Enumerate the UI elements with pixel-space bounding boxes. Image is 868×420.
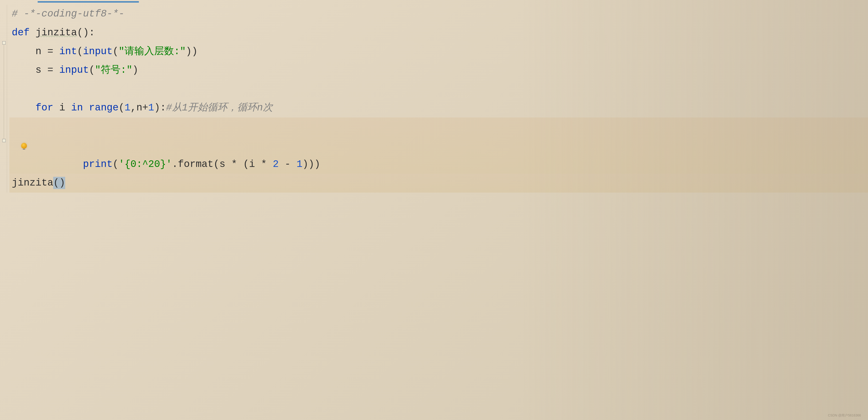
code-text: s = (12, 64, 59, 76)
gutter (0, 5, 7, 192)
fold-end-icon[interactable] (2, 139, 6, 142)
builtin-input: input (59, 64, 89, 76)
code-line-6[interactable]: for i in range(1,n+1):#从1开始循环，循环n次 (9, 99, 868, 118)
code-line-1[interactable]: # -*-coding-utf8-*- (9, 5, 868, 24)
function-name: jinzita (35, 27, 77, 38)
function-call: jinzita (12, 177, 53, 188)
watermark-text: CSDN @用户5616366 (828, 413, 861, 418)
lightbulb-icon[interactable] (21, 143, 27, 149)
string-literal: "符号:" (95, 64, 132, 76)
code-line-2[interactable]: def jinzita(): (9, 24, 868, 42)
code-line-8[interactable]: jinzita() (9, 174, 868, 192)
keyword-in: in (71, 102, 83, 114)
code-line-4[interactable]: s = input("符号:") (9, 61, 868, 80)
number-literal: 2 (273, 159, 279, 170)
punctuation: (): (77, 27, 95, 38)
number-literal: 1 (297, 159, 303, 170)
keyword-def: def (12, 27, 30, 38)
fold-guide-line (4, 45, 4, 139)
string-literal: '{0:^20}' (119, 159, 172, 170)
comment: #从1开始循环，循环n次 (166, 102, 273, 114)
string-literal: "请输入层数:" (119, 46, 186, 57)
code-line-3[interactable]: n = int(input("请输入层数:")) (9, 42, 868, 61)
selection-caret: () (53, 177, 65, 189)
keyword-for: for (35, 102, 54, 114)
code-line-7[interactable]: print('{0:^20}'.format(s * (i * 2 - 1))) (9, 118, 868, 174)
number-literal: 1 (148, 102, 154, 114)
builtin-int: int (59, 46, 77, 57)
fold-start-icon[interactable] (2, 41, 6, 44)
number-literal: 1 (124, 102, 130, 114)
comment: # -*-coding-utf8-*- (12, 8, 124, 20)
code-text: n = (12, 46, 59, 57)
builtin-input: input (83, 46, 113, 57)
builtin-print: print (83, 159, 113, 170)
active-tab-indicator (38, 1, 139, 3)
code-line-5-blank[interactable] (9, 80, 868, 99)
builtin-range: range (89, 102, 119, 114)
code-editor[interactable]: # -*-coding-utf8-*- def jinzita(): n = i… (0, 5, 868, 192)
